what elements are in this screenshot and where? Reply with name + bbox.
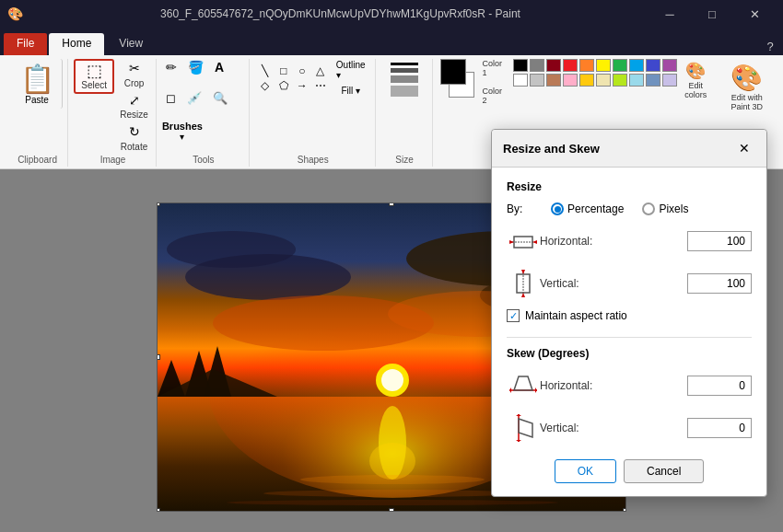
fill-button[interactable]: 🪣 [184,59,207,75]
color-swatch[interactable] [579,59,594,72]
rotate-button[interactable]: ↻ Rotate [116,122,152,153]
color-swatch[interactable] [546,59,561,72]
color-swatch[interactable] [629,59,644,72]
color-swatch[interactable] [646,74,660,87]
color-swatch[interactable] [613,74,627,87]
eraser-button[interactable]: ◻ [162,90,180,106]
svg-point-21 [300,475,485,484]
close-button[interactable]: ✕ [733,0,776,28]
pencil-button[interactable]: ✏ [162,59,181,75]
select-button[interactable]: ⬚ Select [74,59,114,94]
color-swatch[interactable] [596,74,611,87]
size-4[interactable] [391,86,418,97]
shape-line[interactable]: ╲ [257,64,274,77]
select-icon: ⬚ [87,63,102,79]
tab-file[interactable]: File [4,33,47,55]
color-swatch[interactable] [530,59,544,72]
svg-marker-37 [516,414,521,416]
shape-arrow[interactable]: → [294,79,310,92]
color-swatch[interactable] [530,74,544,87]
skew-v-input[interactable] [687,418,752,438]
shape-more[interactable]: ⋯ [312,79,329,92]
handle-bot-mid[interactable] [389,508,394,512]
svg-marker-39 [519,419,532,437]
tab-home[interactable]: Home [49,33,104,55]
shape-pentagon[interactable]: ⬠ [275,79,292,92]
paste-button[interactable]: 📋 Paste [13,59,63,109]
color-swatch[interactable] [546,74,561,87]
shape-ellipse[interactable]: ○ [294,64,310,77]
text-button[interactable]: A [211,59,228,75]
maintain-aspect-label: Maintain aspect ratio [525,309,627,322]
color-swatch[interactable] [662,59,677,72]
size-items [391,59,418,153]
resize-v-input[interactable] [687,273,752,294]
ok-button[interactable]: OK [555,459,616,483]
percentage-radio[interactable]: Percentage [551,202,624,215]
handle-bot-left[interactable] [157,508,160,512]
edit-colors-button[interactable]: 🎨 Edit colors [681,59,710,101]
eyedropper-button[interactable]: 💉 [183,90,205,106]
fill-shape-button[interactable]: Fill ▾ [333,85,369,97]
color-swatch[interactable] [646,59,660,72]
skew-section-label: Skew (Degrees) [507,347,752,360]
pixels-radio[interactable]: Pixels [642,202,688,215]
handle-top-mid[interactable] [389,202,394,206]
color-swatch[interactable] [613,59,627,72]
crop-button[interactable]: ✂ Crop [116,59,152,89]
by-label-row: By: Percentage Pixels [507,202,752,215]
skew-h-input[interactable] [687,376,752,396]
resize-button[interactable]: ⤢ Resize [116,91,152,121]
resize-skew-dialog: Resize and Skew ✕ Resize By: Percentage … [491,129,767,497]
percentage-radio-circle[interactable] [551,202,564,215]
tab-view[interactable]: View [106,33,156,55]
size-group-label: Size [395,155,413,167]
paint3d-icon: 🎨 [730,63,763,93]
app-icon: 🎨 [7,6,23,21]
handle-mid-left[interactable] [157,354,160,360]
color-swatch[interactable] [629,74,644,87]
rotate-label: Rotate [121,142,147,152]
outline-button[interactable]: Outline ▾ [333,59,369,81]
shape-rect[interactable]: □ [275,64,292,77]
title-bar: 🎨 360_F_605547672_nQOyDmKUnMcwUpVDYhwM1K… [0,0,783,28]
title-bar-system-icons: 🎨 [7,6,23,21]
color1-box[interactable] [440,59,466,85]
paste-icon: 📋 [20,63,54,95]
color-swatch[interactable] [563,74,578,87]
svg-point-4 [381,369,403,391]
shape-triangle[interactable]: △ [312,64,329,77]
maintain-aspect-checkbox[interactable] [507,309,520,322]
magnifier-button[interactable]: 🔍 [209,90,231,106]
pixels-radio-circle[interactable] [642,202,655,215]
minimize-button[interactable]: ─ [649,0,691,28]
skew-h-icon-box [507,369,540,402]
resize-h-input[interactable] [687,231,752,251]
rotate-icon: ↻ [129,123,140,142]
image-group-label: Image [100,155,126,167]
resize-label: Resize [120,110,148,120]
handle-top-left[interactable] [157,202,160,206]
shape-diamond[interactable]: ◇ [257,79,274,92]
help-button[interactable]: ? [761,37,779,55]
edit-with-paint3d-button[interactable]: 🎨 Edit with Paint 3D [723,59,770,115]
color-swatch[interactable] [563,59,578,72]
tools-group-label: Tools [193,155,214,167]
brushes-arrow: ▾ [180,132,184,142]
color-swatch[interactable] [579,74,594,87]
color-swatch[interactable] [513,74,528,87]
maximize-button[interactable]: □ [691,0,733,28]
color-swatch[interactable] [662,74,677,87]
dialog-title-text: Resize and Skew [503,142,600,156]
skew-h-label: Horizontal: [540,379,687,392]
shapes-group-label: Shapes [298,155,329,167]
edit-colors-icon: 🎨 [685,61,706,81]
size-1[interactable] [391,63,418,65]
size-2[interactable] [391,68,418,73]
handle-bot-right[interactable] [623,508,626,512]
cancel-button[interactable]: Cancel [624,459,704,483]
dialog-close-button[interactable]: ✕ [733,137,755,159]
color-swatch[interactable] [596,59,611,72]
size-3[interactable] [391,75,418,83]
color-swatch[interactable] [513,59,528,72]
